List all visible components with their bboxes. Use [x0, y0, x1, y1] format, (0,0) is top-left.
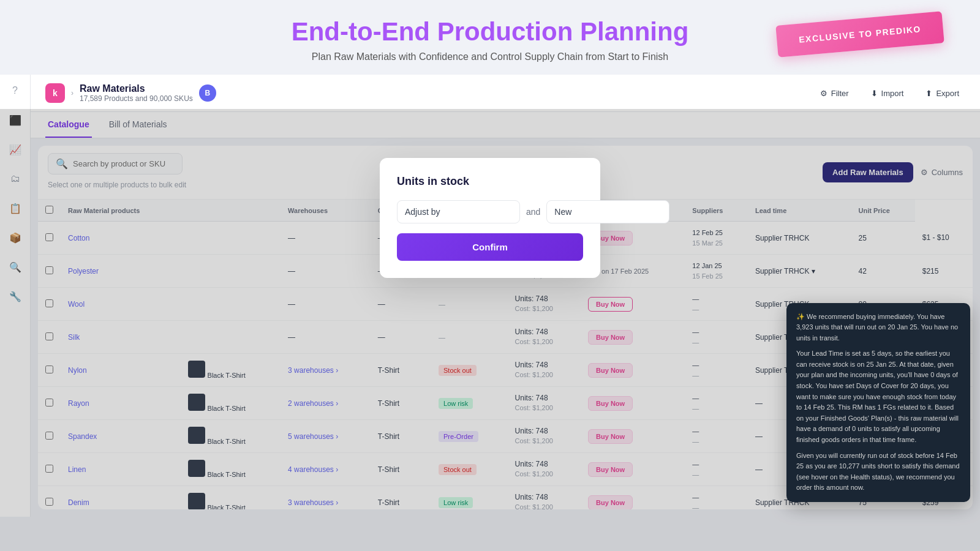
hero-title-plain: End-to-End [292, 17, 437, 46]
top-bar-actions: ⚙ Filter ⬇ Import ⬆ Export [814, 85, 965, 102]
top-bar-left: k › Raw Materials 17,589 Products and 90… [45, 83, 216, 103]
breadcrumb-arrow: › [71, 89, 74, 97]
modal-inputs: and [397, 200, 583, 223]
modal-title: Units in stock [397, 175, 583, 188]
modal-overlay: Units in stock and Confirm [0, 109, 980, 551]
hero-subtitle: Plan Raw Materials with Confidence and C… [0, 51, 980, 62]
user-badge: B [199, 84, 216, 102]
filter-button[interactable]: ⚙ Filter [814, 85, 855, 102]
modal-connector: and [526, 207, 540, 217]
page-title-block: Raw Materials 17,589 Products and 90,000… [80, 83, 193, 103]
page-subtitle: 17,589 Products and 90,000 SKUs [80, 94, 193, 103]
export-icon: ⬆ [925, 89, 932, 98]
top-bar: k › Raw Materials 17,589 Products and 90… [31, 75, 980, 112]
import-icon: ⬇ [871, 89, 878, 98]
hero-title-highlight: Production Planning [437, 17, 689, 46]
new-value-input[interactable] [546, 200, 669, 223]
import-button[interactable]: ⬇ Import [865, 85, 910, 102]
sidebar-icon-help[interactable]: ? [7, 82, 24, 99]
filter-icon: ⚙ [820, 89, 827, 98]
hero-section: End-to-End Production Planning Plan Raw … [0, 0, 980, 75]
confirm-button[interactable]: Confirm [397, 233, 583, 261]
adjust-by-input[interactable] [397, 200, 520, 223]
units-in-stock-modal: Units in stock and Confirm [380, 158, 600, 278]
filter-label: Filter [831, 89, 849, 98]
app-logo: k [45, 83, 65, 103]
export-button[interactable]: ⬆ Export [919, 85, 965, 102]
page-title: Raw Materials [80, 83, 193, 94]
import-label: Import [881, 89, 904, 98]
export-label: Export [936, 89, 959, 98]
